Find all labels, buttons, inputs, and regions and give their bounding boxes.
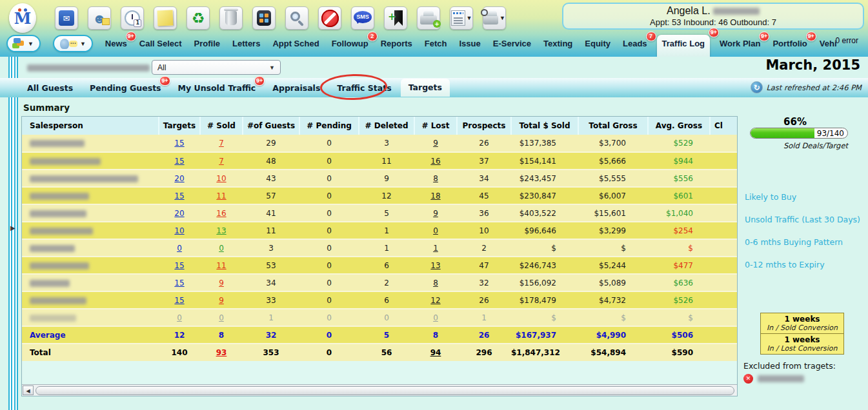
scrollbar-thumb[interactable] xyxy=(35,386,734,395)
cell-lost[interactable]: 94 xyxy=(414,344,457,361)
calculator-button[interactable] xyxy=(252,6,276,30)
column-header-of-guests[interactable]: #of Guests xyxy=(243,117,299,135)
refresh-control[interactable]: ↻ Last refreshed at 2:46 PM xyxy=(751,81,862,93)
bookmark-add-button[interactable] xyxy=(384,6,407,30)
remove-x-icon[interactable]: ✕ xyxy=(743,374,753,384)
tab-all-guests[interactable]: All Guests xyxy=(27,83,73,93)
vehicle-search-button[interactable]: ▼ xyxy=(483,6,506,30)
do-not-call-button[interactable] xyxy=(318,6,341,30)
cell-sold[interactable]: 7 xyxy=(200,135,243,152)
nav-item-traffic-log[interactable]: Traffic Log9+ xyxy=(657,35,710,57)
side-link-likely-to-buy[interactable]: Likely to Buy xyxy=(745,192,860,202)
vehicle-add-button[interactable] xyxy=(417,6,440,30)
column-header-prospects[interactable]: Prospects xyxy=(457,117,511,135)
cell-lost[interactable]: 18 xyxy=(414,187,457,204)
cell-targets[interactable]: 0 xyxy=(159,309,200,326)
cell-targets[interactable]: 15 xyxy=(159,257,200,274)
nav-item-portfolio[interactable]: Portfolio9+ xyxy=(772,39,807,48)
collapsed-side-panel[interactable]: ▶ xyxy=(8,57,18,410)
cell-targets[interactable]: 15 xyxy=(159,274,200,291)
nav-item-followup[interactable]: Followup2 xyxy=(332,39,368,48)
nav-item-call-select[interactable]: Call Select xyxy=(139,39,182,48)
cell-sold[interactable]: 13 xyxy=(200,222,243,239)
cell-lost[interactable]: 13 xyxy=(414,257,457,274)
cell-lost[interactable]: 0 xyxy=(414,309,457,326)
nav-item-equity[interactable]: Equity xyxy=(585,39,611,48)
cell-total-sold: $1,847,312 xyxy=(511,344,578,361)
nav-item-issue[interactable]: Issue xyxy=(459,39,480,48)
cell-lost[interactable]: 8 xyxy=(414,170,457,187)
cell-lost[interactable]: 16 xyxy=(414,152,457,170)
cell-lost[interactable]: 8 xyxy=(414,274,457,291)
cell-sold[interactable]: 11 xyxy=(200,257,243,274)
cell-sold[interactable]: 9 xyxy=(200,274,243,291)
view-switch-dropdown[interactable]: ▼ xyxy=(6,35,41,52)
cell-sold[interactable]: 0 xyxy=(200,239,243,257)
cell-lost[interactable]: 0 xyxy=(414,222,457,239)
nav-item-reports[interactable]: Reports xyxy=(381,39,412,48)
tab-targets[interactable]: Targets xyxy=(401,79,450,97)
cell-targets[interactable]: 15 xyxy=(159,135,200,152)
cell-targets[interactable]: 10 xyxy=(159,222,200,239)
nav-item-vehi[interactable]: Vehi0 error xyxy=(820,39,858,48)
sms-button[interactable]: SMS xyxy=(351,6,374,30)
nav-item-e-service[interactable]: E-Service xyxy=(493,39,531,48)
column-header-salesperson[interactable]: Salesperson xyxy=(22,117,159,135)
cell-sold[interactable]: 16 xyxy=(200,204,243,222)
customer-profile-button[interactable]: ☻ xyxy=(88,6,111,30)
cell-targets[interactable]: 15 xyxy=(159,187,200,204)
cell-lost[interactable]: 9 xyxy=(414,135,457,152)
notification-badge: 9+ xyxy=(254,76,265,86)
nav-item-news[interactable]: News9+ xyxy=(105,39,127,48)
horizontal-scrollbar[interactable]: ◀ xyxy=(22,384,737,396)
notes-button[interactable]: ▼ xyxy=(450,6,473,30)
cell-targets[interactable]: 20 xyxy=(159,204,200,222)
contact-mode-dropdown[interactable]: ▼ xyxy=(53,35,93,52)
side-link-unsold-traffic-last-30-days[interactable]: Unsold Traffic (Last 30 Days) xyxy=(745,215,860,224)
cell-sold[interactable]: 7 xyxy=(200,152,243,170)
app-logo[interactable]: M xyxy=(9,3,36,33)
salesperson-filter-select[interactable]: All▼ xyxy=(152,60,281,75)
cell-sold[interactable]: 93 xyxy=(200,344,243,361)
column-header-lost[interactable]: # Lost xyxy=(414,117,457,135)
sticky-note-button[interactable] xyxy=(154,6,177,30)
cell-sold[interactable]: 10 xyxy=(200,170,243,187)
tab-pending-guests[interactable]: Pending Guests9+ xyxy=(90,83,161,93)
cell-targets[interactable]: 0 xyxy=(159,239,200,257)
cell-sold[interactable]: 0 xyxy=(200,309,243,326)
nav-item-profile[interactable]: Profile xyxy=(194,39,220,48)
tab-my-unsold-traffic[interactable]: My Unsold Traffic9+ xyxy=(178,83,256,93)
mail-button[interactable]: ✉ xyxy=(55,6,78,30)
cell-lost[interactable]: 1 xyxy=(414,239,457,257)
column-header-sold[interactable]: # Sold xyxy=(200,117,243,135)
cell-lost[interactable]: 9 xyxy=(414,204,457,222)
side-link-0-12-mths-to-expiry[interactable]: 0-12 mths to Expiry xyxy=(745,260,860,269)
nav-item-letters[interactable]: Letters xyxy=(232,39,260,48)
trash-button[interactable] xyxy=(219,6,243,30)
search-button[interactable] xyxy=(285,6,308,30)
nav-item-appt-sched[interactable]: Appt Sched xyxy=(272,39,319,48)
nav-item-leads[interactable]: Leads7 xyxy=(623,39,647,48)
scroll-left-arrow[interactable]: ◀ xyxy=(23,386,34,395)
cell-targets[interactable]: 15 xyxy=(159,291,200,309)
column-header-avg-gross[interactable]: Avg. Gross xyxy=(648,117,710,135)
column-header-total-gross[interactable]: Total Gross xyxy=(578,117,648,135)
appointment-clock-button[interactable] xyxy=(121,6,144,30)
nav-item-fetch[interactable]: Fetch xyxy=(425,39,447,48)
nav-item-work-plan[interactable]: Work Plan9+ xyxy=(720,39,760,48)
recycle-button[interactable]: ♻ xyxy=(187,6,210,30)
side-link-0-6-mths-buying-pattern[interactable]: 0-6 mths Buying Pattern xyxy=(745,237,860,247)
nav-item-texting[interactable]: Texting xyxy=(543,39,572,48)
cell-sold[interactable]: 9 xyxy=(200,291,243,309)
tab-traffic-stats[interactable]: Traffic Stats xyxy=(337,83,391,93)
tab-appraisals[interactable]: Appraisals xyxy=(272,83,320,93)
column-header-deleted[interactable]: # Deleted xyxy=(359,117,414,135)
column-header-total-sold[interactable]: Total $ Sold xyxy=(511,117,578,135)
cell-sold[interactable]: 11 xyxy=(200,187,243,204)
cell-targets[interactable]: 15 xyxy=(159,152,200,170)
cell-lost[interactable]: 12 xyxy=(414,291,457,309)
column-header-cl[interactable]: Cl xyxy=(710,117,737,135)
cell-targets[interactable]: 20 xyxy=(159,170,200,187)
column-header-pending[interactable]: # Pending xyxy=(299,117,359,135)
column-header-targets[interactable]: Targets xyxy=(159,117,200,135)
